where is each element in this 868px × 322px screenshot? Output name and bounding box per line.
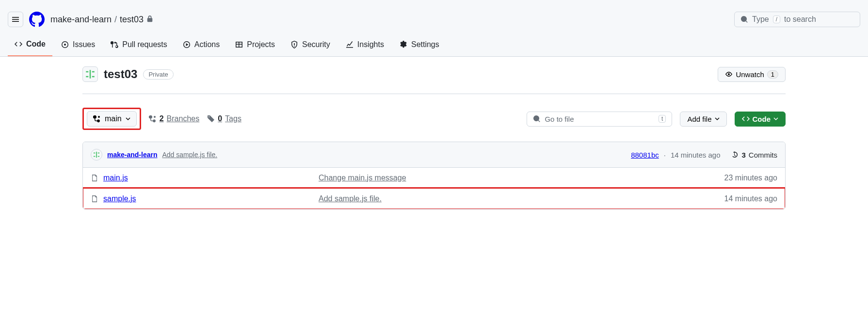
gear-icon (400, 41, 407, 48)
tab-label: Security (302, 40, 330, 49)
file-time: 14 minutes ago (724, 194, 777, 203)
tag-icon (207, 115, 215, 123)
chevron-down-icon (773, 116, 778, 121)
svg-rect-0 (86, 71, 88, 73)
issue-icon (61, 41, 69, 48)
tab-security[interactable]: Security (284, 35, 337, 56)
search-suffix: to search (784, 15, 816, 24)
file-list: make-and-learn Add sample.js file. 88081… (82, 142, 786, 209)
tab-label: Settings (411, 40, 439, 49)
lock-icon (146, 15, 153, 25)
search-icon (740, 16, 748, 23)
repo-name: test03 (104, 67, 137, 81)
file-name[interactable]: main.js (103, 174, 128, 182)
code-icon (742, 115, 750, 123)
tab-pull-requests[interactable]: Pull requests (104, 35, 174, 56)
github-icon (29, 12, 45, 27)
code-button[interactable]: Code (735, 112, 786, 127)
breadcrumb-separator: / (114, 15, 117, 25)
visibility-badge: Private (143, 69, 173, 80)
tags-count: 0 (218, 114, 222, 123)
svg-rect-8 (94, 156, 96, 157)
repo-avatar (82, 66, 98, 82)
search-icon (533, 115, 541, 123)
branch-select-button[interactable]: main (87, 111, 137, 127)
commits-count: 3 (741, 151, 745, 159)
chevron-down-icon (126, 116, 130, 121)
file-row[interactable]: sample.js Add sample.js file. 14 minutes… (83, 188, 785, 209)
commit-author[interactable]: make-and-learn (107, 151, 157, 159)
file-search-kbd: t (659, 115, 666, 123)
file-search-input[interactable]: Go to file t (527, 112, 672, 127)
tags-link[interactable]: 0 Tags (207, 114, 241, 123)
svg-rect-7 (96, 152, 97, 158)
global-search[interactable]: Type / to search (734, 12, 860, 27)
hamburger-menu[interactable] (8, 12, 23, 27)
tab-code[interactable]: Code (8, 35, 52, 56)
dot-separator: · (664, 151, 666, 159)
tab-settings[interactable]: Settings (393, 35, 446, 56)
unwatch-label: Unwatch (736, 70, 764, 79)
tab-label: Code (26, 40, 46, 48)
search-prefix: Type (752, 15, 769, 24)
chevron-down-icon (715, 116, 720, 121)
tab-insights[interactable]: Insights (339, 35, 391, 56)
tags-label: Tags (225, 114, 241, 123)
breadcrumb-owner[interactable]: make-and-learn (50, 15, 112, 25)
add-file-label: Add file (687, 115, 711, 123)
tab-issues[interactable]: Issues (54, 35, 102, 56)
tab-label: Actions (194, 40, 220, 49)
tab-label: Issues (73, 40, 95, 49)
commits-link[interactable]: 3 Commits (731, 151, 777, 159)
branch-icon (93, 115, 101, 123)
history-icon (731, 151, 739, 159)
commit-time: 14 minutes ago (671, 151, 721, 159)
search-kbd: / (773, 16, 780, 23)
commits-label: Commits (749, 151, 777, 159)
tab-actions[interactable]: Actions (176, 35, 226, 56)
branches-link[interactable]: 2 Branches (149, 114, 200, 123)
file-icon (91, 195, 98, 203)
repo-tabs: Code Issues Pull requests Actions Projec… (8, 35, 860, 56)
github-logo[interactable] (29, 12, 45, 27)
file-search-placeholder: Go to file (545, 115, 574, 123)
latest-commit-bar: make-and-learn Add sample.js file. 88081… (83, 142, 785, 167)
branch-highlight-box: main (82, 108, 141, 130)
graph-icon (346, 41, 354, 48)
branches-count: 2 (160, 114, 164, 123)
file-time: 23 minutes ago (724, 174, 777, 182)
eye-icon (725, 70, 733, 78)
svg-rect-1 (92, 71, 95, 73)
svg-rect-6 (98, 153, 100, 154)
svg-rect-9 (98, 156, 100, 157)
menu-icon (12, 16, 19, 23)
file-commit-message[interactable]: Add sample.js file. (319, 194, 720, 203)
svg-rect-3 (86, 76, 88, 78)
commit-message[interactable]: Add sample.js file. (162, 151, 217, 159)
code-icon (15, 40, 22, 48)
table-icon (235, 41, 243, 48)
svg-rect-5 (94, 153, 96, 154)
add-file-button[interactable]: Add file (680, 112, 726, 127)
breadcrumb-repo[interactable]: test03 (120, 15, 144, 25)
file-commit-message[interactable]: Change main.js message (319, 174, 720, 182)
commit-sha[interactable]: 88081bc (631, 151, 659, 159)
tab-label: Projects (247, 40, 275, 49)
branch-name: main (105, 114, 122, 123)
unwatch-button[interactable]: Unwatch 1 (718, 67, 786, 82)
tab-label: Pull requests (122, 40, 167, 49)
file-icon (91, 174, 98, 182)
file-name[interactable]: sample.js (103, 194, 136, 203)
svg-rect-2 (90, 70, 91, 79)
branch-icon (149, 115, 157, 123)
breadcrumb: make-and-learn / test03 (50, 15, 153, 25)
svg-rect-4 (92, 76, 95, 78)
tab-projects[interactable]: Projects (228, 35, 282, 56)
file-row[interactable]: main.js Change main.js message 23 minute… (83, 167, 785, 188)
tab-label: Insights (357, 40, 384, 49)
pr-icon (111, 41, 118, 48)
unwatch-count: 1 (767, 70, 778, 79)
branches-label: Branches (167, 114, 200, 123)
author-avatar (91, 149, 102, 161)
shield-icon (290, 41, 298, 48)
